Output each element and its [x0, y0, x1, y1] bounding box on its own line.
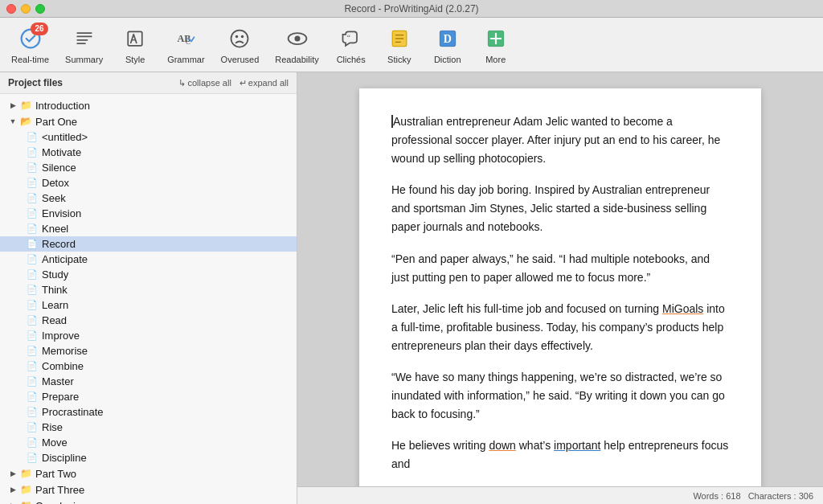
real-time-badge: 26	[31, 23, 47, 35]
sidebar-item-detox[interactable]: 📄 Detox	[0, 175, 297, 191]
editor-page[interactable]: Australian entrepreneur Adam Jelic wante…	[359, 88, 761, 486]
doc-icon: 📄	[26, 407, 39, 418]
tree-item-label: <untitled>	[42, 131, 88, 143]
sidebar-item-untitled[interactable]: 📄 <untitled>	[0, 129, 297, 145]
close-button[interactable]	[6, 4, 16, 14]
sidebar-item-think[interactable]: 📄 Think	[0, 282, 297, 297]
svg-text:“: “	[346, 32, 350, 41]
sidebar-item-motivate[interactable]: 📄 Motivate	[0, 145, 297, 160]
sidebar-item-improve[interactable]: 📄 Improve	[0, 328, 297, 343]
collapse-all-button[interactable]: ↳ collapse all	[178, 78, 231, 88]
doc-icon: 📄	[26, 300, 39, 311]
window-title: Record - ProWritingAid (2.0.27)	[344, 3, 478, 14]
folder-icon: 📁	[19, 468, 32, 479]
real-time-icon-area: 26	[18, 26, 43, 51]
sidebar-item-combine[interactable]: 📄 Combine	[0, 359, 297, 374]
style-label: Style	[125, 55, 145, 64]
doc-icon: 📄	[26, 315, 39, 326]
minimize-button[interactable]	[21, 4, 31, 14]
tree-item-label: Improve	[42, 330, 80, 342]
sticky-button[interactable]: Sticky	[375, 18, 424, 72]
tree-item-label: Detox	[42, 177, 69, 189]
tree-item-label: Kneel	[42, 223, 68, 235]
sidebar-item-record[interactable]: 📄 Record	[0, 236, 297, 252]
editor-scroll[interactable]: Australian entrepreneur Adam Jelic wante…	[297, 72, 823, 486]
summary-button[interactable]: Summary	[57, 18, 111, 72]
doc-icon: 📄	[26, 193, 39, 204]
sidebar-item-prepare[interactable]: 📄 Prepare	[0, 389, 297, 404]
migoals-link: MiGoals	[662, 302, 703, 315]
doc-icon: 📄	[26, 269, 39, 281]
overused-icon-area	[227, 26, 252, 51]
tree-item-label: Part One	[35, 116, 77, 128]
sidebar-item-memorise[interactable]: 📄 Memorise	[0, 343, 297, 359]
sidebar-item-silence[interactable]: 📄 Silence	[0, 160, 297, 175]
paragraph-5: “We have so many things happening, we’re…	[391, 368, 729, 424]
summary-icon-area	[72, 26, 97, 51]
expand-all-button[interactable]: ↵ expand all	[240, 78, 289, 88]
sidebar-item-rise[interactable]: 📄 Rise	[0, 420, 297, 435]
down-underline: down	[489, 439, 515, 452]
doc-icon: 📄	[26, 132, 39, 143]
toggle-icon: ▶	[6, 467, 19, 480]
more-label: More	[485, 55, 506, 64]
sidebar-item-procrastinate[interactable]: 📄 Procrastinate	[0, 404, 297, 420]
real-time-button[interactable]: 26 Real-time	[3, 18, 57, 72]
paragraph-3: “Pen and paper always,” he said. “I had …	[391, 250, 729, 287]
doc-icon: 📄	[26, 162, 39, 174]
status-bar: Words : 618 Characters : 306	[297, 486, 823, 504]
sidebar-item-part-three[interactable]: ▶ 📁 Part Three	[0, 481, 297, 498]
doc-icon: 📄	[26, 147, 39, 158]
tree-item-label: Procrastinate	[42, 406, 104, 418]
style-icon-area	[122, 26, 148, 51]
collapse-icon: ↳	[178, 78, 186, 88]
svg-point-13	[294, 35, 300, 41]
doc-pink-icon: 📄	[26, 437, 39, 449]
tree-item-label: Part Three	[35, 484, 84, 496]
diction-button[interactable]: D Diction	[424, 18, 472, 72]
doc-icon: 📄	[26, 376, 39, 387]
grammar-button[interactable]: AB C Grammar	[159, 18, 212, 72]
cliches-button[interactable]: “ Clichés	[327, 18, 375, 72]
sidebar-item-read[interactable]: 📄 Read	[0, 313, 297, 328]
sidebar-item-seek[interactable]: 📄 Seek	[0, 191, 297, 206]
sidebar-item-discipline[interactable]: 📄 Discipline	[0, 450, 297, 465]
sidebar-item-introduction[interactable]: ▶ 📁 Introduction	[0, 97, 297, 113]
sidebar-item-learn[interactable]: 📄 Learn	[0, 297, 297, 313]
sidebar-item-envision[interactable]: 📄 Envision	[0, 206, 297, 221]
sidebar-item-part-one[interactable]: ▼ 📂 Part One	[0, 113, 297, 129]
sidebar-header: Project files ↳ collapse all ↵ expand al…	[0, 72, 297, 94]
sidebar-item-master[interactable]: 📄 Master	[0, 374, 297, 389]
svg-point-10	[235, 35, 239, 38]
sticky-label: Sticky	[387, 55, 411, 64]
tree-item-label: Envision	[42, 207, 81, 219]
tree-item-label: Think	[42, 284, 68, 296]
sidebar-item-kneel[interactable]: 📄 Kneel	[0, 221, 297, 236]
editor-area: Australian entrepreneur Adam Jelic wante…	[297, 72, 823, 504]
sidebar-item-study[interactable]: 📄 Study	[0, 267, 297, 282]
sidebar-item-conclusion[interactable]: ▶ 📁 Conclusion	[0, 498, 297, 504]
paragraph-4: Later, Jelic left his full-time job and …	[391, 300, 729, 355]
summary-label: Summary	[65, 55, 103, 64]
style-button[interactable]: Style	[111, 18, 159, 72]
overused-button[interactable]: Overused	[213, 18, 268, 72]
maximize-button[interactable]	[35, 4, 45, 14]
more-button[interactable]: More	[472, 18, 520, 72]
sidebar-item-anticipate[interactable]: 📄 Anticipate	[0, 252, 297, 267]
svg-text:D: D	[443, 33, 451, 45]
sidebar-item-part-two[interactable]: ▶ 📁 Part Two	[0, 465, 297, 481]
cliches-label: Clichés	[337, 55, 366, 64]
doc-icon: 📄	[26, 208, 39, 219]
tree-item-label: Prepare	[42, 391, 79, 403]
real-time-label: Real-time	[11, 55, 49, 64]
tree-item-label: Motivate	[42, 146, 81, 158]
readability-icon-area	[285, 26, 310, 51]
folder-icon: 📁	[19, 484, 32, 495]
main-area: Project files ↳ collapse all ↵ expand al…	[0, 72, 823, 504]
more-icon-area	[483, 26, 509, 51]
readability-button[interactable]: Readability	[267, 18, 326, 72]
sticky-icon-area	[387, 26, 412, 51]
doc-icon: 📄	[26, 285, 39, 296]
sidebar-item-move[interactable]: 📄 Move	[0, 435, 297, 450]
paragraph-6: He believes writing down what’s importan…	[391, 436, 729, 473]
